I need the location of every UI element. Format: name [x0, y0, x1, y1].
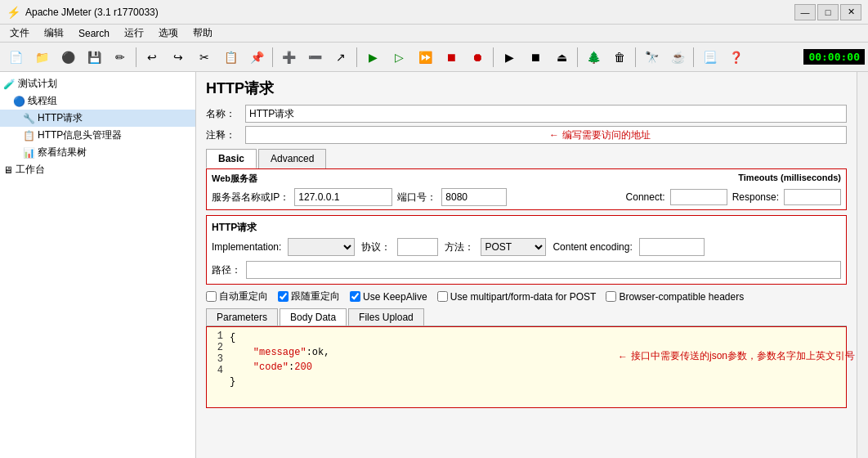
thread-group-icon: 🔵: [13, 96, 25, 107]
server-name-label: 服务器名称或IP：: [212, 191, 289, 204]
menu-run[interactable]: 运行: [118, 25, 150, 42]
toolbar-sep-6: [635, 47, 636, 67]
toolbar-remote-stop[interactable]: ⏹: [523, 46, 548, 69]
method-select[interactable]: POST GET PUT DELETE: [481, 238, 546, 256]
code-annotation-arrow: ←: [618, 351, 628, 362]
port-label: 端口号：: [397, 191, 436, 204]
toolbar-stop[interactable]: ⏹: [439, 46, 463, 69]
json-key-message: "message": [253, 347, 306, 358]
connect-input[interactable]: [670, 189, 727, 205]
toolbar-sep-1: [136, 47, 136, 67]
toolbar-expand[interactable]: ↗: [329, 46, 353, 69]
toolbar-clear[interactable]: 🗑: [607, 46, 632, 69]
checkbox-browser-headers[interactable]: Browser-compatible headers: [606, 291, 744, 303]
toolbar-play-check[interactable]: ▷: [387, 46, 411, 69]
checkbox-keepalive[interactable]: Use KeepAlive: [350, 291, 427, 303]
browser-headers-checkbox[interactable]: [606, 291, 616, 302]
method-label: 方法：: [445, 240, 474, 254]
timeout-fields: Connect: Response:: [626, 189, 841, 205]
comment-annotation: ← 编写需要访问的地址: [549, 128, 651, 142]
implementation-select[interactable]: HttpClient4 Java: [288, 238, 355, 256]
toolbar-remove[interactable]: ➖: [302, 46, 327, 69]
toolbar-remote-exit[interactable]: ⏏: [549, 46, 574, 69]
sub-tab-body-data[interactable]: Body Data: [280, 308, 347, 326]
toolbar-add[interactable]: ➕: [276, 46, 301, 69]
line-num-1: 1: [210, 330, 223, 342]
checkbox-follow-redirect[interactable]: 跟随重定向: [278, 290, 340, 303]
sidebar-item-workbench[interactable]: 🖥 工作台: [0, 161, 195, 178]
menu-file[interactable]: 文件: [3, 25, 36, 42]
toolbar-copy[interactable]: 📋: [218, 46, 243, 69]
sidebar-item-http-request[interactable]: 🔧 HTTP请求: [0, 110, 195, 127]
path-input[interactable]: [246, 261, 841, 279]
app-icon: ⚡: [7, 6, 20, 19]
toolbar-search[interactable]: 🔭: [639, 46, 664, 69]
tab-advanced[interactable]: Advanced: [258, 149, 326, 168]
menu-options[interactable]: 选项: [152, 25, 185, 42]
follow-redirect-checkbox[interactable]: [278, 291, 289, 302]
implementation-label: Implementation:: [212, 241, 281, 253]
toolbar-undo[interactable]: ↩: [140, 46, 164, 69]
port-input[interactable]: [441, 188, 507, 206]
menu-search[interactable]: Search: [72, 26, 116, 41]
maximize-button[interactable]: □: [817, 4, 839, 20]
comment-input[interactable]: [245, 126, 847, 144]
response-input[interactable]: [784, 189, 841, 205]
sidebar-item-http-header[interactable]: 📋 HTTP信息头管理器: [0, 127, 195, 144]
sidebar-item-test-plan[interactable]: 🧪 测试计划: [0, 75, 195, 92]
server-name-input[interactable]: [294, 188, 392, 206]
toolbar-tree[interactable]: 🌲: [581, 46, 606, 69]
encoding-input[interactable]: [639, 238, 705, 256]
toolbar-cut[interactable]: ✂: [192, 46, 217, 69]
checkbox-auto-redirect[interactable]: 自动重定向: [206, 290, 268, 303]
comment-arrow: ←: [549, 129, 559, 141]
toolbar-open[interactable]: 📁: [29, 46, 54, 69]
web-server-label: Web服务器: [212, 173, 257, 185]
comment-hint-text: 编写需要访问的地址: [562, 128, 651, 142]
path-label: 路径：: [212, 263, 241, 277]
multipart-checkbox[interactable]: [437, 291, 448, 302]
minimize-button[interactable]: —: [794, 4, 816, 20]
toolbar-redo[interactable]: ↪: [166, 46, 190, 69]
keepalive-checkbox[interactable]: [350, 291, 360, 302]
close-button[interactable]: ✕: [840, 4, 861, 20]
toolbar-save[interactable]: 💾: [82, 46, 106, 69]
toolbar-stop-now[interactable]: ⏺: [465, 46, 490, 69]
toolbar-play[interactable]: ▶: [360, 46, 385, 69]
json-val-code: 200: [294, 361, 312, 373]
connect-label: Connect:: [626, 191, 665, 203]
workbench-icon: 🖥: [3, 164, 13, 176]
json-key-code: "code": [253, 361, 289, 373]
code-annotation: ← 接口中需要传送的json参数，参数名字加上英文引号: [618, 349, 855, 363]
sidebar-item-thread-group[interactable]: 🔵 线程组: [0, 92, 195, 110]
toolbar-list[interactable]: 📃: [697, 46, 722, 69]
sub-tab-parameters[interactable]: Parameters: [206, 308, 278, 326]
test-plan-icon: 🧪: [3, 79, 16, 90]
toolbar-help[interactable]: ❓: [723, 46, 748, 69]
toolbar-stop-red[interactable]: ⚫: [56, 46, 80, 69]
toolbar-remote-play[interactable]: ▶: [497, 46, 521, 69]
code-editor[interactable]: 1 2 3 4 { "message":ok, "code":200 }: [206, 326, 847, 408]
response-label: Response:: [732, 191, 779, 203]
sub-tab-files-upload[interactable]: Files Upload: [348, 308, 424, 326]
toolbar-cut-icon[interactable]: ✏: [108, 46, 132, 69]
checkbox-multipart[interactable]: Use multipart/form-data for POST: [437, 291, 597, 303]
line-num-3: 3: [210, 353, 223, 365]
sidebar-item-view-results[interactable]: 📊 察看结果树: [0, 144, 195, 161]
toolbar-paste[interactable]: 📌: [244, 46, 269, 69]
toolbar-play-all[interactable]: ⏩: [413, 46, 437, 69]
protocol-input[interactable]: [397, 238, 438, 256]
timeouts-label: Timeouts (milliseconds): [738, 173, 841, 182]
toolbar-new[interactable]: 📄: [3, 46, 28, 69]
server-timeouts-header: Web服务器 Timeouts (milliseconds): [207, 169, 846, 185]
code-content: { "message":ok, "code":200 }: [230, 330, 843, 404]
auto-redirect-checkbox[interactable]: [206, 291, 217, 302]
toolbar-sep-2: [272, 47, 273, 67]
tab-basic[interactable]: Basic: [206, 149, 257, 168]
name-input[interactable]: [245, 105, 847, 123]
menu-help[interactable]: 帮助: [186, 25, 219, 42]
right-scrollbar[interactable]: [857, 72, 868, 458]
menu-edit[interactable]: 编辑: [38, 25, 70, 42]
toolbar-java[interactable]: ☕: [665, 46, 690, 69]
page-title: HTTP请求: [206, 79, 847, 98]
